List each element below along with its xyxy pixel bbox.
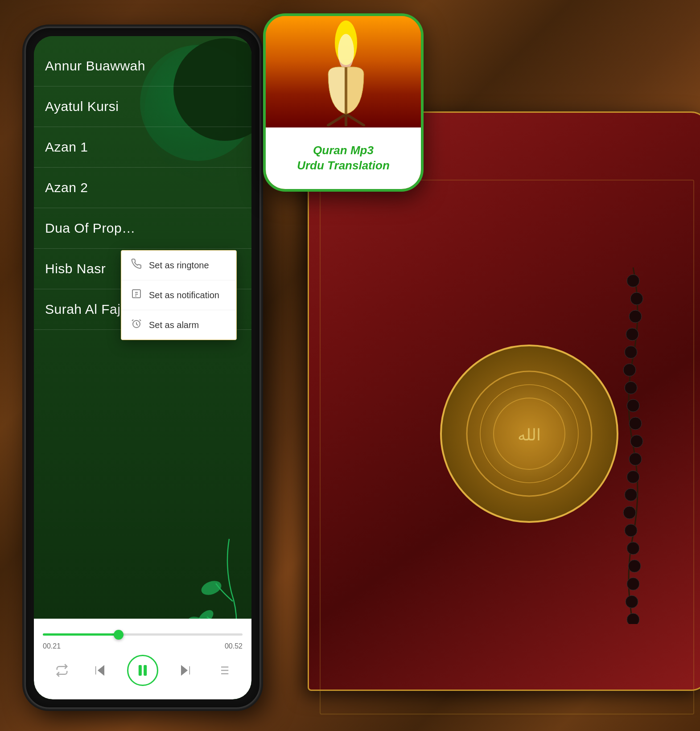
svg-marker-47 bbox=[181, 665, 187, 675]
context-menu: Set as ringtone Set as notification bbox=[121, 250, 237, 340]
current-time: 00.21 bbox=[43, 642, 61, 650]
svg-point-9 bbox=[623, 364, 636, 376]
svg-point-19 bbox=[627, 542, 639, 554]
repeat-button[interactable] bbox=[51, 659, 73, 682]
context-menu-item-ringtone[interactable]: Set as ringtone bbox=[121, 251, 236, 280]
song-title-3: Azan 1 bbox=[45, 140, 240, 155]
svg-point-14 bbox=[629, 453, 642, 465]
svg-point-11 bbox=[627, 399, 639, 412]
svg-point-23 bbox=[627, 613, 639, 624]
song-title-5: Dua Of Prop… bbox=[45, 221, 240, 236]
app-icon-title: Quran Mp3 Urdu Translation bbox=[297, 143, 390, 173]
svg-point-21 bbox=[627, 578, 639, 590]
notification-icon bbox=[130, 288, 143, 302]
app-icon-text-area: Quran Mp3 Urdu Translation bbox=[266, 127, 421, 189]
svg-point-22 bbox=[626, 595, 638, 608]
svg-point-8 bbox=[625, 346, 637, 358]
svg-text:الله: الله bbox=[518, 426, 541, 444]
svg-point-5 bbox=[630, 292, 643, 305]
phone-frame: Annur Buawwah Ayatul Kursi Azan 1 Azan 2… bbox=[25, 27, 261, 709]
time-row: 00.21 00.52 bbox=[43, 642, 243, 650]
prev-button[interactable] bbox=[89, 659, 111, 682]
progress-container: 00.21 00.52 bbox=[43, 633, 243, 650]
playlist-button[interactable] bbox=[212, 659, 235, 682]
prayer-beads bbox=[606, 267, 660, 624]
app-title-line1: Quran Mp3 bbox=[313, 144, 374, 157]
svg-point-4 bbox=[627, 275, 639, 287]
svg-point-20 bbox=[628, 560, 641, 572]
song-title-4: Azan 2 bbox=[45, 180, 240, 195]
app-icon: Quran Mp3 Urdu Translation bbox=[263, 13, 424, 192]
song-item-4[interactable]: Azan 2 bbox=[34, 168, 251, 208]
svg-point-16 bbox=[625, 489, 637, 501]
pause-button[interactable] bbox=[127, 655, 158, 686]
song-item-2[interactable]: Ayatul Kursi bbox=[34, 86, 251, 127]
progress-fill bbox=[43, 633, 119, 636]
svg-point-12 bbox=[629, 417, 642, 430]
song-title-1: Annur Buawwah bbox=[45, 58, 240, 74]
svg-point-18 bbox=[625, 524, 637, 537]
svg-point-10 bbox=[625, 382, 637, 394]
ringtone-label: Set as ringtone bbox=[149, 260, 209, 271]
alarm-label: Set as alarm bbox=[149, 320, 199, 330]
notification-label: Set as notification bbox=[149, 290, 219, 300]
svg-point-15 bbox=[627, 471, 639, 483]
song-title-2: Ayatul Kursi bbox=[45, 99, 240, 114]
screen-content: Annur Buawwah Ayatul Kursi Azan 1 Azan 2… bbox=[34, 36, 251, 699]
svg-rect-46 bbox=[144, 665, 147, 676]
song-item-1[interactable]: Annur Buawwah bbox=[34, 41, 251, 86]
progress-track[interactable] bbox=[43, 633, 243, 636]
progress-thumb bbox=[114, 630, 124, 640]
app-title-line2: Urdu Translation bbox=[297, 159, 390, 172]
app-icon-image bbox=[266, 16, 421, 127]
svg-point-6 bbox=[629, 310, 642, 323]
context-menu-item-alarm[interactable]: Set as alarm bbox=[121, 310, 236, 340]
alarm-icon bbox=[130, 318, 143, 332]
song-item-5[interactable]: Dua Of Prop… bbox=[34, 208, 251, 249]
phone-screen: Annur Buawwah Ayatul Kursi Azan 1 Azan 2… bbox=[34, 36, 251, 699]
svg-point-26 bbox=[338, 34, 354, 70]
controls-row bbox=[43, 655, 243, 686]
player-bar: 00.21 00.52 bbox=[34, 619, 251, 699]
total-time: 00.52 bbox=[225, 642, 243, 650]
svg-marker-43 bbox=[98, 665, 104, 675]
book-medallion: الله bbox=[440, 345, 618, 523]
svg-rect-30 bbox=[345, 67, 347, 114]
phone-icon bbox=[130, 259, 143, 272]
song-item-3[interactable]: Azan 1 bbox=[34, 127, 251, 168]
svg-point-7 bbox=[626, 328, 638, 341]
svg-rect-45 bbox=[139, 665, 141, 676]
svg-point-13 bbox=[630, 435, 643, 448]
svg-point-17 bbox=[623, 506, 636, 519]
next-button[interactable] bbox=[174, 659, 197, 682]
context-menu-item-notification[interactable]: Set as notification bbox=[121, 280, 236, 310]
